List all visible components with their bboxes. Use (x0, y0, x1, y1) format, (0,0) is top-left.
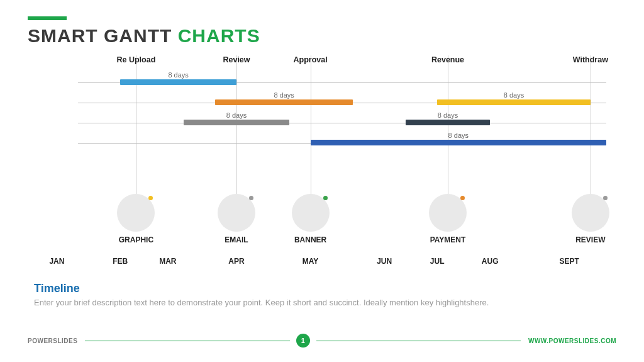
footer-page-number: 1 (296, 334, 310, 348)
milestone-bubble (218, 194, 255, 232)
subtitle-block: Timeline Enter your brief description te… (28, 282, 616, 307)
gantt-bar (437, 99, 591, 105)
month-label: JAN (49, 257, 64, 266)
gantt-bar-label: 8 days (438, 111, 458, 119)
bubble-dot-icon (460, 196, 465, 200)
month-label: MAY (303, 257, 319, 266)
bubble-row: GRAPHICEMAILBANNERPAYMENTREVIEW (78, 194, 606, 254)
page-title: SMART GANTT CHARTS (28, 25, 616, 47)
milestone-label: GRAPHIC (119, 235, 153, 244)
month-label: MAR (159, 257, 176, 266)
phase-label: Approval (294, 55, 328, 64)
month-label: APR (228, 257, 244, 266)
subtitle-body: Enter your brief description text here t… (34, 298, 610, 307)
month-label: SEPT (560, 257, 579, 266)
months-axis: JANFEBMARAPRMAYJUNJULAUGSEPT (78, 254, 606, 271)
month-label: JUN (377, 257, 392, 266)
phase-label: Re Upload (116, 55, 155, 64)
milestone-label: BANNER (294, 235, 326, 244)
gantt-bar-label: 8 days (504, 91, 524, 99)
footer: POWERSLIDES 1 WWW.POWERSLIDES.COM (28, 332, 616, 349)
bubble-dot-icon (323, 196, 328, 200)
slide-root: SMART GANTT CHARTS Re UploadReviewApprov… (0, 0, 644, 362)
phase-gridline (311, 55, 311, 194)
phase-label: Review (223, 55, 250, 64)
row-gridline (78, 123, 606, 123)
month-label: JUL (430, 257, 445, 266)
gantt-bar-label: 8 days (226, 111, 247, 119)
subtitle-heading: Timeline (34, 282, 610, 295)
gantt-bar (311, 140, 606, 145)
footer-line-right (316, 341, 521, 341)
milestone-bubble (429, 194, 467, 232)
milestone-label: PAYMENT (430, 235, 466, 244)
bubble-dot-icon (603, 196, 608, 200)
milestone-label: EMAIL (225, 235, 248, 244)
milestone-bubble (572, 194, 609, 232)
title-part-2: CHARTS (178, 25, 260, 46)
phase-label: Withdraw (573, 55, 608, 64)
phase-label: Revenue (431, 55, 464, 64)
gantt-bar-label: 8 days (168, 71, 188, 79)
milestone-bubble (117, 194, 155, 232)
gantt-bar-label: 8 days (448, 132, 469, 139)
gantt-bar-label: 8 days (274, 91, 294, 99)
footer-brand-right: WWW.POWERSLIDES.COM (528, 337, 616, 344)
phase-gridline (136, 55, 136, 194)
footer-brand-left: POWERSLIDES (28, 337, 77, 344)
month-label: FEB (113, 257, 128, 266)
gantt-bar (215, 99, 352, 105)
footer-line-left (85, 341, 289, 341)
title-accent (28, 16, 67, 20)
gantt-bar (184, 120, 289, 125)
milestone-label: REVIEW (575, 235, 605, 244)
bubble-dot-icon (249, 196, 253, 200)
month-label: AUG (482, 257, 499, 266)
bubble-dot-icon (148, 196, 153, 200)
gantt-bar (406, 120, 490, 125)
milestone-bubble (292, 194, 330, 232)
title-part-1: SMART GANTT (28, 25, 178, 46)
gantt-chart: Re UploadReviewApprovalRevenueWithdraw8 … (78, 55, 606, 194)
gantt-bar (120, 79, 236, 85)
phase-gridline (591, 55, 591, 194)
